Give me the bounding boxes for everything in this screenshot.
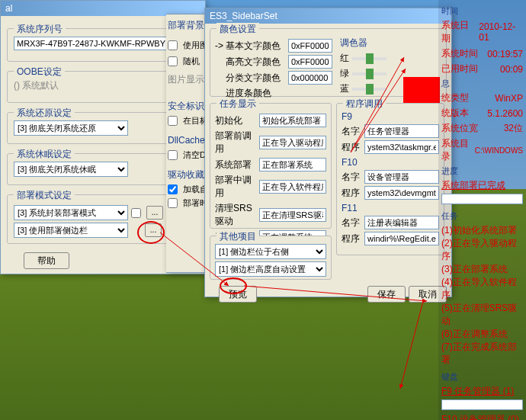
- mixer-title: 调色器: [340, 37, 404, 50]
- hibernate-title: 系统休眠设定: [14, 148, 75, 161]
- clean-srs-label: 清理SRS驱动: [215, 202, 256, 228]
- prog-group-title: 程序调用: [343, 98, 386, 111]
- red-label: 红: [340, 52, 349, 65]
- info-section-title: 息: [441, 78, 523, 89]
- serial-input[interactable]: [14, 37, 192, 50]
- deploy-mode-select[interactable]: [3] 系统封装部署模式: [14, 205, 128, 220]
- f11-prog-input[interactable]: [364, 232, 439, 245]
- task-section-title: 任务: [441, 210, 523, 222]
- used-time-label: 已用时间: [441, 63, 478, 75]
- mid-deploy-input[interactable]: [259, 180, 326, 194]
- f10-name-label: 名字: [342, 171, 361, 184]
- sys-path-value: C:\WINDOWS: [475, 146, 523, 155]
- highlight-label: 高亮文字颜色: [215, 56, 285, 69]
- task-item-4: (4)正在导入软件程序: [441, 276, 523, 302]
- f10-name-input[interactable]: [364, 170, 439, 184]
- save-button[interactable]: 保存: [367, 286, 406, 303]
- f10-label: F10: [342, 157, 439, 168]
- category-label: 分类文字颜色: [215, 72, 285, 85]
- keyboard-section-title: 键盘: [441, 371, 523, 383]
- use-image-check[interactable]: [168, 40, 178, 50]
- task-group-title: 任务显示: [216, 98, 259, 111]
- basic-text-input[interactable]: [288, 39, 332, 53]
- serial-group-title: 系统序列号: [14, 23, 66, 36]
- annotation-circle-2: [220, 277, 247, 294]
- oobe-option: () 系统默认: [14, 80, 59, 91]
- f9-prog-input[interactable]: [364, 140, 439, 154]
- annotation-circle-1: [137, 221, 165, 244]
- task-item-2: (2)正在导入驱动程序: [441, 237, 523, 263]
- sys-time-value: 00:19:57: [487, 49, 523, 59]
- in-target-check[interactable]: [168, 116, 178, 126]
- green-label: 绿: [340, 67, 349, 80]
- f9-label: F9: [342, 111, 439, 122]
- sidebarset-window: ES3_SidebarSet 颜色设置 -> 基本文字颜色 高亮文字颜色 分类文…: [204, 8, 452, 297]
- random-label: 随机: [183, 56, 200, 67]
- f11-prog-label: 程序: [342, 232, 361, 245]
- f9-name-label: 名字: [342, 125, 361, 138]
- progress-section-title: 进度: [441, 165, 523, 177]
- sys-bit-label: 系统位宽: [441, 122, 478, 135]
- color-group: 颜色设置 -> 基本文字颜色 高亮文字颜色 分类文字颜色 进度条颜色 调色器 红…: [210, 28, 447, 97]
- kb-f9: F9 任务管理器 (1): [441, 385, 523, 398]
- clean-srs-input[interactable]: [259, 208, 326, 222]
- mid-deploy-label: 部署中调用: [215, 174, 256, 200]
- blue-label: 蓝: [340, 82, 349, 95]
- other-title: 其他项目: [216, 230, 259, 243]
- sys-time-label: 系统时间: [441, 47, 478, 60]
- blue-slider[interactable]: [352, 88, 386, 91]
- f11-name-input[interactable]: [364, 216, 439, 229]
- window2-titlebar: ES3_SidebarSet: [205, 8, 451, 24]
- sys-deploy-label: 系统部署: [215, 159, 256, 172]
- kb-progress-1: [441, 399, 523, 410]
- other-group: 其他项目 [1] 侧边栏位于右侧 [1] 侧边栏高度自动设置: [210, 236, 332, 280]
- color-group-title: 颜色设置: [216, 23, 259, 36]
- sys-date-value: 2010-12-01: [479, 21, 523, 43]
- deploy-driver-check[interactable]: [168, 198, 178, 208]
- task-item-3: (3)正在部署系统: [441, 263, 523, 276]
- sidebar-pos-select[interactable]: [1] 侧边栏位于右侧: [215, 244, 326, 259]
- oobe-title: OOBE设定: [14, 66, 65, 79]
- sys-path-label: 系统目录: [441, 137, 472, 163]
- basic-text-label: -> 基本文字颜色: [215, 40, 285, 53]
- pre-deploy-label: 部署前调用: [215, 130, 256, 155]
- restore-select[interactable]: [3] 彻底关闭系统还原: [14, 120, 128, 136]
- sidebar-select[interactable]: [3] 使用部署侧边栏: [14, 223, 128, 238]
- f11-label: F11: [342, 203, 439, 213]
- progress-text: 系统部署已完成: [441, 179, 523, 192]
- help-button[interactable]: 帮助: [24, 252, 69, 269]
- init-label: 初始化: [215, 114, 256, 127]
- pre-deploy-input[interactable]: [259, 136, 326, 149]
- f11-name-label: 名字: [342, 216, 361, 229]
- hibernate-select[interactable]: [3] 彻底关闭系统休眠: [14, 162, 128, 177]
- sys-deploy-input[interactable]: [259, 158, 326, 172]
- clear-dll-check[interactable]: [168, 150, 178, 160]
- task-display-group: 任务显示 初始化 部署前调用 系统部署 部署中调用 清理SRS驱动 系统调整 部…: [210, 103, 332, 229]
- sys-ver-label: 统版本: [441, 107, 469, 120]
- sys-bit-value: 32位: [504, 122, 523, 135]
- deploy-title: 部署模式设定: [14, 189, 75, 202]
- f10-prog-label: 程序: [342, 187, 361, 200]
- init-input[interactable]: [259, 114, 326, 127]
- deploy-mode-check[interactable]: [131, 208, 141, 218]
- load-self-check[interactable]: [168, 184, 178, 194]
- sys-date-label: 系统日期: [441, 19, 476, 45]
- red-slider[interactable]: [352, 57, 386, 60]
- used-time-value: 00:09: [500, 64, 523, 75]
- restore-title: 系统还原设定: [14, 107, 75, 120]
- random-check[interactable]: [168, 56, 178, 66]
- highlight-input[interactable]: [288, 55, 332, 69]
- task-item-6: (6)正在调整系统: [441, 328, 523, 341]
- category-input[interactable]: [288, 71, 332, 85]
- svg-line-4: [400, 301, 423, 389]
- green-slider[interactable]: [352, 72, 386, 75]
- f9-name-input[interactable]: [364, 124, 439, 138]
- kb-f10: F10 设备管理器 (0): [441, 413, 523, 420]
- f10-prog-input[interactable]: [364, 186, 439, 200]
- task-item-1: (1)初始化系统部署: [441, 224, 523, 237]
- deploy-mode-config-button[interactable]: ...: [146, 206, 163, 220]
- time-section-title: 时间: [441, 5, 523, 17]
- progress-bar: [441, 194, 523, 204]
- sys-type-value: WinXP: [495, 93, 523, 104]
- sidebar-height-select[interactable]: [1] 侧边栏高度自动设置: [215, 261, 326, 277]
